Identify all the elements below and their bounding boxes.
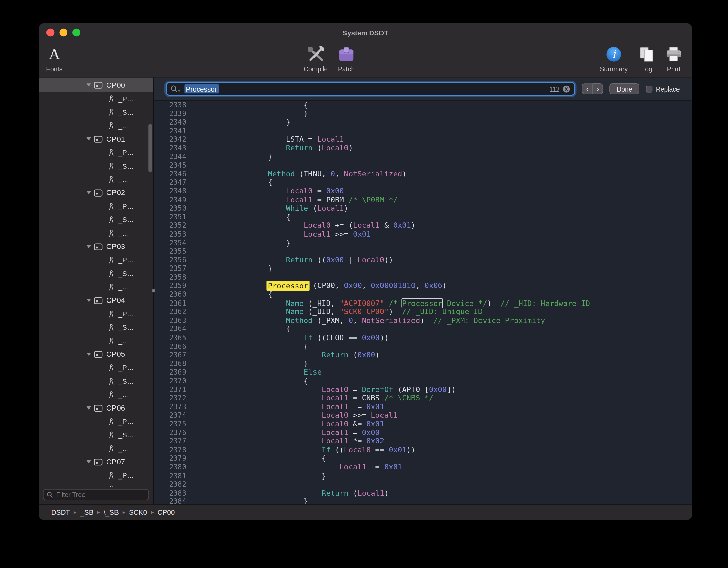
- code-line[interactable]: 2374 Local0 >>= Local1: [154, 411, 692, 420]
- tree-item-CP03[interactable]: CP03: [39, 240, 153, 253]
- tree-item-_P…[interactable]: _P…: [39, 415, 153, 428]
- tree-item-_…[interactable]: _…: [39, 334, 153, 348]
- code-line[interactable]: 2341: [154, 127, 692, 135]
- code-line[interactable]: 2378 If ((Local0 == 0x01)): [154, 446, 692, 455]
- code-line[interactable]: 2376 Local1 = 0x00: [154, 428, 692, 437]
- done-button[interactable]: Done: [610, 83, 639, 94]
- tree-item-_…[interactable]: _…: [39, 280, 153, 294]
- code-line[interactable]: 2372 Local1 = CNBS /* \CNBS */: [154, 394, 692, 403]
- code-line[interactable]: 2339 }: [154, 109, 692, 118]
- sidebar-scrollbar[interactable]: [148, 124, 152, 172]
- pane-resize-handle[interactable]: [151, 289, 155, 293]
- disclosure-triangle-icon[interactable]: [86, 299, 91, 302]
- code-line[interactable]: 2345: [154, 161, 692, 170]
- minimize-button[interactable]: [59, 29, 67, 36]
- code-line[interactable]: 2369 Else: [154, 368, 692, 377]
- replace-checkbox[interactable]: [646, 85, 652, 92]
- code-line[interactable]: 2380 Local1 += 0x01: [154, 463, 692, 472]
- code-line[interactable]: 2373 Local1 -= 0x01: [154, 402, 692, 411]
- clear-search-icon[interactable]: [563, 85, 570, 93]
- tree-item-_S…[interactable]: _S…: [39, 375, 153, 388]
- code-line[interactable]: 2371 Local0 = DerefOf (APT0 [0x00]): [154, 385, 692, 394]
- code-line[interactable]: 2353 Local1 >>= 0x01: [154, 230, 692, 239]
- close-button[interactable]: [46, 29, 54, 36]
- tree-item-_P…[interactable]: _P…: [39, 361, 153, 375]
- code-line[interactable]: 2382: [154, 480, 692, 489]
- tree-item-_…[interactable]: _…: [39, 442, 153, 455]
- title-bar[interactable]: System DSDT: [39, 23, 692, 42]
- code-line[interactable]: 2361 Name (_HID, "ACPI0007" /* Processor…: [154, 299, 692, 308]
- code-line[interactable]: 2352 Local0 += (Local1 & 0x01): [154, 221, 692, 230]
- code-line[interactable]: 2346 Method (THNU, 0, NotSerialized): [154, 170, 692, 178]
- code-line[interactable]: 2367 Return (0x00): [154, 351, 692, 360]
- find-next-button[interactable]: ›: [593, 83, 603, 94]
- compile-button[interactable]: Compile: [298, 44, 333, 73]
- print-button[interactable]: Print: [661, 44, 687, 73]
- code-line[interactable]: 2343 Return (Local0): [154, 144, 692, 152]
- tree-item-_P…[interactable]: _P…: [39, 146, 153, 159]
- code-line[interactable]: 2351 {: [154, 213, 692, 221]
- disclosure-triangle-icon[interactable]: [86, 460, 91, 464]
- code-line[interactable]: 2375 Local0 &= 0x01: [154, 420, 692, 429]
- tree-item-_P…[interactable]: _P…: [39, 469, 153, 482]
- code-line[interactable]: 2384 }: [154, 498, 692, 504]
- code-line[interactable]: 2350 While (Local1): [154, 204, 692, 213]
- tree-item-_S…[interactable]: _S…: [39, 213, 153, 226]
- code-line[interactable]: 2340 }: [154, 118, 692, 127]
- code-line[interactable]: 2347 {: [154, 178, 692, 187]
- tree-item-CP01[interactable]: CP01: [39, 132, 153, 146]
- code-line[interactable]: 2365 If ((CLOD == 0x00)): [154, 333, 692, 342]
- tree-item-CP02[interactable]: CP02: [39, 186, 153, 200]
- tree-item-_P…[interactable]: _P…: [39, 92, 153, 105]
- tree-filter-field[interactable]: [43, 489, 149, 500]
- code-line[interactable]: 2368 }: [154, 359, 692, 368]
- search-icon[interactable]: [171, 85, 181, 93]
- code-line[interactable]: 2362 Name (_UID, "SCK0-CP00") // _UID: U…: [154, 308, 692, 316]
- disclosure-triangle-icon[interactable]: [86, 245, 91, 248]
- code-line[interactable]: 2381 }: [154, 472, 692, 481]
- tree-item-CP00[interactable]: CP00: [39, 78, 153, 92]
- tree-item-CP07[interactable]: CP07: [39, 455, 153, 469]
- code-line[interactable]: 2383 Return (Local1): [154, 489, 692, 498]
- tree-item-_S…[interactable]: _S…: [39, 321, 153, 334]
- code-line[interactable]: 2354 }: [154, 239, 692, 247]
- patch-button[interactable]: Patch: [331, 44, 362, 73]
- breadcrumb-item-_SB[interactable]: _SB: [80, 508, 93, 516]
- breadcrumb-item-CP00[interactable]: CP00: [157, 508, 175, 516]
- tree-item-_S…[interactable]: _S…: [39, 482, 153, 487]
- summary-button[interactable]: i Summary: [596, 44, 631, 73]
- tree-filter-input[interactable]: [55, 490, 145, 499]
- code-line[interactable]: 2379 {: [154, 454, 692, 463]
- disclosure-triangle-icon[interactable]: [86, 83, 91, 87]
- code-line[interactable]: 2377 Local1 *= 0x02: [154, 437, 692, 446]
- code-line[interactable]: 2349 Local1 = P0BM /* \P0BM */: [154, 196, 692, 204]
- code-line[interactable]: 2358: [154, 273, 692, 282]
- disclosure-triangle-icon[interactable]: [86, 191, 91, 194]
- fonts-button[interactable]: A Fonts: [41, 44, 68, 73]
- tree-item-CP04[interactable]: CP04: [39, 294, 153, 307]
- code-line[interactable]: 2356 Return ((0x00 | Local0)): [154, 256, 692, 265]
- code-line[interactable]: 2360 {: [154, 290, 692, 299]
- code-line[interactable]: 2364 {: [154, 325, 692, 334]
- tree-item-CP05[interactable]: CP05: [39, 348, 153, 361]
- tree-item-_…[interactable]: _…: [39, 388, 153, 401]
- code-line[interactable]: 2363 Method (_PXM, 0, NotSerialized) // …: [154, 316, 692, 325]
- tree-item-_S…[interactable]: _S…: [39, 159, 153, 173]
- code-editor[interactable]: 2338 {2339 }2340 }23412342 LSTA = Local1…: [154, 101, 692, 504]
- code-line[interactable]: 2344 }: [154, 152, 692, 161]
- disclosure-triangle-icon[interactable]: [86, 353, 91, 356]
- zoom-button[interactable]: [72, 29, 80, 36]
- tree-item-_P…[interactable]: _P…: [39, 253, 153, 267]
- code-line[interactable]: 2338 {: [154, 101, 692, 109]
- code-line[interactable]: 2370 {: [154, 377, 692, 386]
- code-line[interactable]: 2359 Processor (CP00, 0x00, 0x00001810, …: [154, 282, 692, 291]
- breadcrumb-item-SCK0[interactable]: SCK0: [129, 508, 147, 516]
- log-button[interactable]: Log: [634, 44, 660, 73]
- tree-item-_S…[interactable]: _S…: [39, 267, 153, 280]
- sidebar-tree[interactable]: CP00_P…_S…_…CP01_P…_S…_…CP02_P…_S…_…CP03…: [39, 77, 153, 487]
- breadcrumb-item-_SB[interactable]: \_SB: [104, 508, 119, 516]
- disclosure-triangle-icon[interactable]: [86, 406, 91, 410]
- code-line[interactable]: 2366 {: [154, 342, 692, 351]
- tree-item-_S…[interactable]: _S…: [39, 105, 153, 119]
- tree-item-CP06[interactable]: CP06: [39, 401, 153, 415]
